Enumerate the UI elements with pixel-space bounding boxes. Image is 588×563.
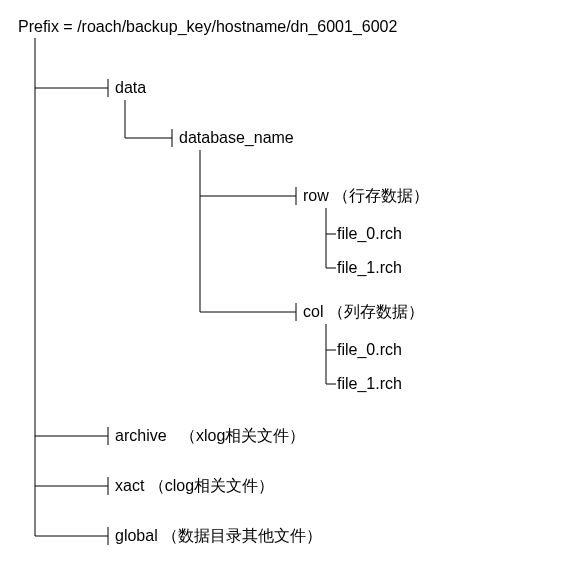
node-data: data	[115, 78, 146, 97]
node-global-label: global	[115, 527, 158, 544]
node-data-label: data	[115, 79, 146, 96]
node-archive: archive （xlog相关文件）	[115, 426, 305, 445]
node-row: row （行存数据）	[303, 186, 429, 205]
node-col-file-1: file_1.rch	[337, 374, 402, 393]
node-col-label: col	[303, 303, 323, 320]
node-archive-label: archive	[115, 427, 167, 444]
node-database-name: database_name	[179, 128, 294, 147]
prefix-label: Prefix	[18, 18, 59, 35]
directory-tree-diagram: Prefix = /roach/backup_key/hostname/dn_6…	[0, 0, 588, 563]
node-xact: xact （clog相关文件）	[115, 476, 274, 495]
node-xact-label: xact	[115, 477, 144, 494]
node-col: col （列存数据）	[303, 302, 424, 321]
node-global: global （数据目录其他文件）	[115, 526, 322, 545]
prefix-path: /roach/backup_key/hostname/dn_6001_6002	[77, 18, 397, 35]
node-xact-note: （clog相关文件）	[149, 477, 274, 494]
node-row-note: （行存数据）	[333, 187, 429, 204]
prefix-line: Prefix = /roach/backup_key/hostname/dn_6…	[18, 17, 397, 36]
node-archive-note: （xlog相关文件）	[180, 427, 305, 444]
prefix-equals: =	[63, 18, 72, 35]
node-row-label: row	[303, 187, 329, 204]
node-col-note: （列存数据）	[328, 303, 424, 320]
node-row-file-0: file_0.rch	[337, 224, 402, 243]
node-col-file-0: file_0.rch	[337, 340, 402, 359]
node-database-name-label: database_name	[179, 129, 294, 146]
node-row-file-1: file_1.rch	[337, 258, 402, 277]
tree-connectors	[0, 0, 588, 563]
node-global-note: （数据目录其他文件）	[162, 527, 322, 544]
